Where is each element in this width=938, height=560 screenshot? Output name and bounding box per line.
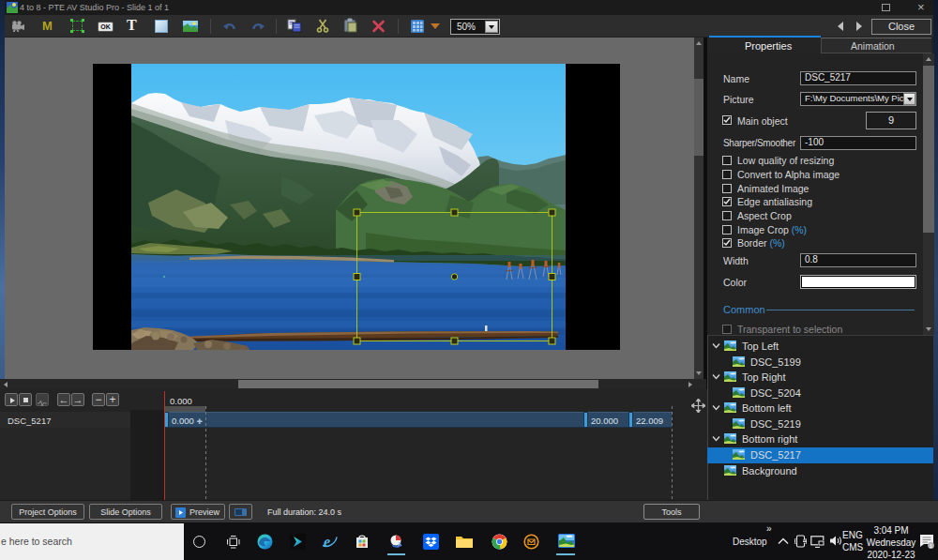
svg-text:e: e (324, 534, 330, 550)
